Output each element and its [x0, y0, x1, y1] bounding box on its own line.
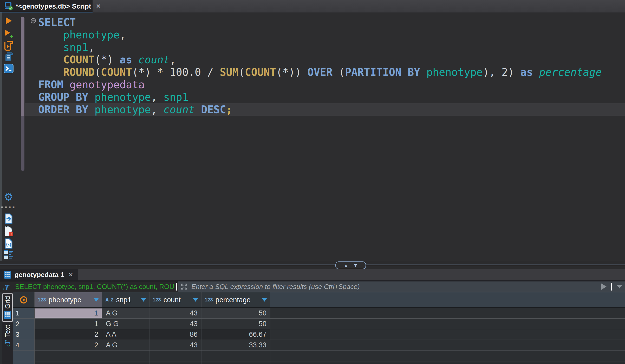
- code-line[interactable]: snp1,: [25, 41, 625, 53]
- editor-tab-close-icon[interactable]: ✕: [96, 3, 101, 10]
- grid-cell[interactable]: 50: [201, 319, 270, 329]
- code-token: COUNT: [63, 54, 94, 66]
- results-tab-close-icon[interactable]: ✕: [68, 271, 73, 278]
- query-preview-text: SELECT phenotype, snp1, COUNT(*) as coun…: [15, 281, 175, 292]
- splitter-handle[interactable]: ▲ ▼: [335, 261, 366, 269]
- tab-grid[interactable]: Grid: [2, 293, 13, 322]
- row-number[interactable]: 2: [13, 319, 35, 329]
- code-line[interactable]: GROUP BY phenotype, snp1: [25, 91, 625, 103]
- column-header-percentage[interactable]: 123percentage: [201, 292, 270, 307]
- row-filler: [270, 329, 625, 340]
- column-dropdown-icon[interactable]: [94, 298, 99, 302]
- tab-text[interactable]: Text ‹T: [2, 323, 13, 350]
- grid-cell[interactable]: 1: [35, 308, 102, 318]
- code-line[interactable]: ORDER BY phenotype, count DESC;: [25, 103, 625, 116]
- code-token: [38, 41, 63, 53]
- code-token: [195, 104, 201, 116]
- column-header-count[interactable]: 123count: [149, 292, 201, 307]
- grid-corner-cell[interactable]: [13, 292, 35, 307]
- grid-cell[interactable]: 86: [149, 329, 201, 340]
- grid-cell[interactable]: 66.67: [201, 329, 270, 340]
- panel-splitter[interactable]: ▲ ▼: [0, 261, 625, 269]
- text-view-bracket: ‹: [5, 345, 11, 347]
- empty-cell: [201, 361, 270, 364]
- grid-view-icon: [4, 311, 11, 319]
- text-cursor: [176, 283, 177, 291]
- grid-cell[interactable]: 50: [201, 308, 270, 318]
- grid-cell[interactable]: 43: [149, 308, 201, 318]
- code-line[interactable]: phenotype,: [25, 29, 625, 41]
- table-row: 11A G4350: [13, 308, 625, 319]
- code-token: DESC: [201, 104, 226, 116]
- grid-cell[interactable]: 33.33: [201, 340, 270, 350]
- empty-cell: [102, 361, 149, 364]
- filter-history-icon[interactable]: [617, 285, 622, 288]
- explain-plan-icon[interactable]: [4, 52, 14, 62]
- code-token: (: [333, 66, 345, 78]
- grid-cell[interactable]: 1: [35, 319, 102, 329]
- empty-cell: [149, 350, 201, 361]
- row-number-empty: [13, 361, 35, 364]
- code-line[interactable]: ROUND(COUNT(*) * 100.0 / SUM(COUNT(*)) O…: [25, 66, 625, 78]
- column-label: phenotype: [49, 296, 91, 304]
- execute-script-icon[interactable]: [4, 41, 14, 51]
- grid-cell[interactable]: 43: [149, 319, 201, 329]
- sql-script-file-icon: [4, 2, 13, 11]
- grid-cell[interactable]: 2: [35, 329, 102, 340]
- column-header-snp1[interactable]: A-Zsnp1: [102, 292, 149, 307]
- editor-tabstrip: *<genotypes.db> Script ✕: [0, 0, 625, 13]
- code-token: (*) * 100.0 /: [132, 66, 220, 78]
- code-line[interactable]: COUNT(*) as count,: [25, 53, 625, 66]
- filter-divider: [611, 283, 612, 291]
- table-row: 42A G4333.33: [13, 340, 625, 350]
- grid-cell[interactable]: A G: [102, 340, 149, 350]
- grid-cell[interactable]: 43: [149, 340, 201, 350]
- row-number[interactable]: 1: [13, 308, 35, 318]
- empty-cell: [35, 361, 102, 364]
- grid-cell[interactable]: A G: [102, 308, 149, 318]
- code-line[interactable]: FROM genotypedata: [25, 78, 625, 91]
- code-token: genotypedata: [69, 79, 145, 91]
- sql-text-t: T: [4, 284, 9, 291]
- column-dropdown-icon[interactable]: [262, 298, 267, 302]
- minimize-panel-icon[interactable]: ▼: [354, 264, 357, 267]
- grid-cell[interactable]: G G: [102, 319, 149, 329]
- overflow-dots-icon[interactable]: ▪▪▪▪: [1, 205, 16, 209]
- empty-cell: [102, 350, 149, 361]
- code-token: [132, 54, 138, 66]
- splitter-line[interactable]: [0, 265, 625, 265]
- row-number[interactable]: 3: [13, 329, 35, 340]
- code-token: SELECT: [38, 16, 76, 28]
- column-header-phenotype[interactable]: 123phenotype: [35, 292, 102, 307]
- apply-filter-icon[interactable]: [601, 284, 607, 290]
- code-line[interactable]: SELECT: [25, 16, 625, 29]
- sql-console-icon[interactable]: [4, 64, 14, 73]
- document-error-icon[interactable]: !: [4, 226, 14, 237]
- column-dropdown-icon[interactable]: [193, 298, 198, 302]
- results-tab[interactable]: genotypedata 1 ✕: [0, 269, 78, 280]
- editor-tab[interactable]: *<genotypes.db> Script ✕: [0, 0, 93, 12]
- execute-new-tab-icon[interactable]: [4, 29, 13, 39]
- compare-layout-icon[interactable]: [4, 250, 14, 260]
- window-edge: [0, 12, 2, 261]
- code-token: [533, 66, 539, 78]
- row-number[interactable]: 4: [13, 340, 35, 350]
- maximize-panel-icon[interactable]: ▲: [344, 264, 347, 267]
- code-token: percentage: [539, 66, 602, 78]
- grid-cell[interactable]: A A: [102, 329, 149, 340]
- gear-icon[interactable]: ⚙: [4, 192, 13, 202]
- tab-grid-label: Grid: [4, 296, 12, 309]
- editor-tab-title: *<genotypes.db> Script: [16, 2, 91, 10]
- column-type-icon: 123: [205, 297, 213, 303]
- column-dropdown-icon[interactable]: [141, 298, 146, 302]
- export-result-icon[interactable]: [4, 213, 13, 224]
- expand-filter-icon[interactable]: [180, 283, 188, 290]
- code-token: ROUND: [63, 66, 94, 78]
- filter-input[interactable]: Enter a SQL expression to filter results…: [178, 281, 625, 292]
- document-expression-icon[interactable]: {x}: [4, 238, 13, 249]
- execute-statement-icon[interactable]: [5, 17, 12, 25]
- sql-code[interactable]: SELECT phenotype, snp1, COUNT(*) as coun…: [25, 16, 625, 116]
- grid-cell[interactable]: 2: [35, 340, 102, 350]
- code-token: COUNT: [245, 66, 276, 78]
- code-token: [63, 79, 69, 91]
